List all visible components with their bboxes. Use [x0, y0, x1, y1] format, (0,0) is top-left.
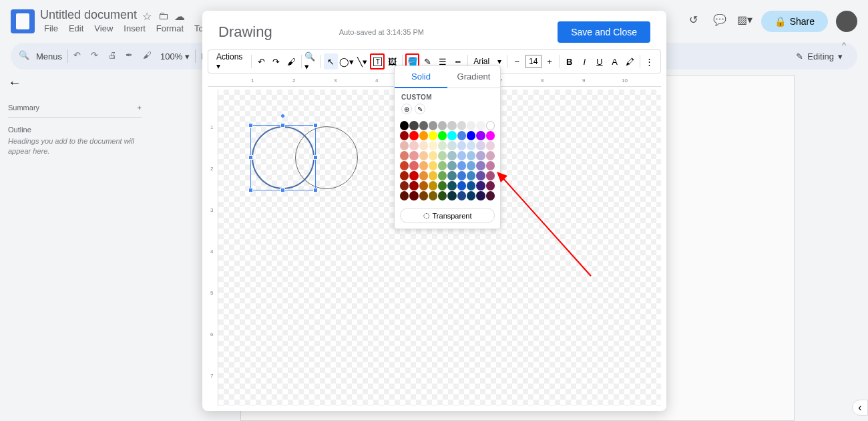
color-swatch[interactable]	[438, 161, 447, 170]
color-swatch[interactable]	[409, 181, 418, 190]
resize-handle[interactable]	[313, 123, 318, 128]
color-swatch[interactable]	[486, 141, 495, 150]
actions-dropdown[interactable]: Actions ▾	[212, 53, 248, 69]
color-swatch[interactable]	[467, 161, 475, 170]
bold-icon[interactable]: B	[562, 53, 576, 69]
color-swatch[interactable]	[400, 181, 409, 190]
color-swatch[interactable]	[438, 181, 447, 190]
color-swatch[interactable]	[409, 191, 418, 200]
color-swatch[interactable]	[419, 131, 428, 140]
underline-icon[interactable]: U	[593, 53, 607, 69]
color-swatch[interactable]	[486, 191, 495, 200]
color-swatch[interactable]	[457, 121, 466, 130]
resize-handle[interactable]	[313, 155, 318, 160]
color-swatch[interactable]	[476, 181, 485, 190]
font-size-input[interactable]	[525, 55, 541, 68]
color-swatch[interactable]	[467, 121, 475, 130]
color-swatch[interactable]	[400, 131, 409, 140]
color-swatch[interactable]	[476, 121, 485, 130]
color-swatch[interactable]	[409, 141, 418, 150]
undo-icon[interactable]: ↶	[254, 53, 268, 69]
color-swatch[interactable]	[447, 181, 456, 190]
color-swatch[interactable]	[438, 121, 447, 130]
color-swatch[interactable]	[476, 161, 485, 170]
color-swatch[interactable]	[438, 141, 447, 150]
color-swatch[interactable]	[447, 161, 456, 170]
increase-font-icon[interactable]: +	[543, 53, 557, 69]
color-swatch[interactable]	[467, 171, 475, 180]
color-swatch[interactable]	[476, 141, 485, 150]
shape-tool-icon[interactable]: ◯▾	[339, 53, 354, 69]
color-swatch[interactable]	[476, 131, 485, 140]
save-and-close-button[interactable]: Save and Close	[558, 21, 650, 43]
color-swatch[interactable]	[419, 161, 428, 170]
color-swatch[interactable]	[457, 141, 466, 150]
color-swatch[interactable]	[419, 171, 428, 180]
color-swatch[interactable]	[429, 141, 437, 150]
color-swatch[interactable]	[409, 151, 418, 160]
more-options-icon[interactable]: ⋮	[642, 53, 656, 69]
resize-handle[interactable]	[248, 155, 253, 160]
rotate-handle[interactable]	[280, 114, 285, 118]
resize-handle[interactable]	[248, 123, 253, 128]
color-swatch[interactable]	[429, 151, 437, 160]
zoom-icon[interactable]: 🔍▾	[304, 53, 318, 69]
color-swatch[interactable]	[476, 151, 485, 160]
resize-handle[interactable]	[280, 188, 285, 192]
color-swatch[interactable]	[447, 151, 456, 160]
color-swatch[interactable]	[429, 171, 437, 180]
color-swatch[interactable]	[419, 191, 428, 200]
transparent-button[interactable]: ◌ Transparent	[400, 208, 495, 223]
color-swatch[interactable]	[457, 171, 466, 180]
color-swatch[interactable]	[486, 131, 495, 140]
color-swatch[interactable]	[419, 121, 428, 130]
add-custom-color-icon[interactable]: ⊕	[401, 104, 412, 114]
color-swatch[interactable]	[409, 171, 418, 180]
color-swatch[interactable]	[486, 161, 495, 170]
color-swatch[interactable]	[409, 121, 418, 130]
color-swatch[interactable]	[438, 151, 447, 160]
color-swatch[interactable]	[429, 131, 437, 140]
color-swatch[interactable]	[486, 121, 495, 130]
color-swatch[interactable]	[457, 131, 466, 140]
highlight-color-icon[interactable]: 🖍	[623, 53, 637, 69]
color-swatch[interactable]	[457, 181, 466, 190]
color-swatch[interactable]	[400, 151, 409, 160]
color-swatch[interactable]	[438, 131, 447, 140]
solid-tab[interactable]: Solid	[395, 66, 447, 88]
color-swatch[interactable]	[467, 141, 475, 150]
resize-handle[interactable]	[280, 123, 285, 128]
color-swatch[interactable]	[429, 191, 437, 200]
color-swatch[interactable]	[447, 141, 456, 150]
color-swatch[interactable]	[419, 141, 428, 150]
italic-icon[interactable]: I	[578, 53, 592, 69]
color-swatch[interactable]	[476, 191, 485, 200]
color-swatch[interactable]	[467, 191, 475, 200]
color-swatch[interactable]	[409, 161, 418, 170]
text-box-tool-icon[interactable]: 🅃	[370, 53, 384, 69]
color-swatch[interactable]	[486, 171, 495, 180]
color-swatch[interactable]	[419, 181, 428, 190]
color-swatch[interactable]	[467, 151, 475, 160]
resize-handle[interactable]	[248, 188, 253, 192]
select-tool-icon[interactable]: ↖	[324, 53, 338, 69]
resize-handle[interactable]	[313, 188, 318, 192]
color-swatch[interactable]	[438, 191, 447, 200]
color-swatch[interactable]	[447, 121, 456, 130]
color-swatch[interactable]	[486, 181, 495, 190]
redo-icon[interactable]: ↷	[269, 53, 283, 69]
eyedropper-icon[interactable]: ✎	[415, 104, 425, 114]
color-swatch[interactable]	[467, 131, 475, 140]
line-tool-icon[interactable]: ╲▾	[355, 53, 369, 69]
color-swatch[interactable]	[486, 151, 495, 160]
color-swatch[interactable]	[457, 161, 466, 170]
paint-format-icon[interactable]: 🖌	[284, 53, 298, 69]
color-swatch[interactable]	[409, 131, 418, 140]
color-swatch[interactable]	[447, 191, 456, 200]
color-swatch[interactable]	[457, 191, 466, 200]
explore-icon[interactable]: ‹	[852, 400, 868, 416]
gradient-tab[interactable]: Gradient	[447, 66, 500, 88]
color-swatch[interactable]	[447, 131, 456, 140]
color-swatch[interactable]	[467, 181, 475, 190]
color-swatch[interactable]	[400, 121, 409, 130]
